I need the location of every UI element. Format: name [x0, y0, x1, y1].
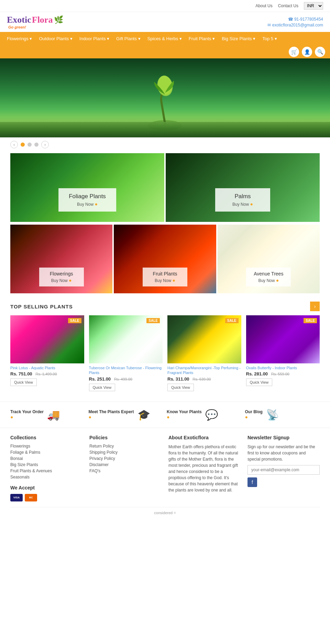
product-img-oxalis: SALE — [246, 315, 320, 363]
policies-title: Policies — [89, 435, 162, 440]
collection-seasonals[interactable]: Seasonals — [10, 475, 82, 479]
product-price-oxalis: Rs. 281.00 — [246, 371, 268, 376]
logo[interactable]: Exotic Flora 🌿 Go green! — [7, 15, 63, 29]
quick-view-lotus[interactable]: Quick View — [10, 379, 37, 386]
flowerings-buy-now[interactable]: Buy Now ● — [46, 278, 77, 283]
nav-fruit[interactable]: Fruit Plants ▾ — [185, 32, 218, 45]
user-icon[interactable]: 👤 — [302, 47, 312, 57]
product-price-tuberose: Rs. 251.00 — [89, 376, 111, 382]
hero-overlay — [0, 117, 330, 137]
hero-banner — [0, 58, 330, 137]
product-price-lotus: Rs. 751.00 — [10, 371, 32, 376]
about-text: Mother Earth offers plethora of exotic f… — [168, 444, 241, 493]
collection-bigsize[interactable]: Big Size Plants — [10, 462, 82, 467]
contact-us-link[interactable]: Contact Us — [278, 3, 298, 8]
product-name-lotus: Pink Lotus - Aquatic Plants — [10, 365, 84, 370]
fruit-buy-now[interactable]: Buy Now ● — [150, 278, 180, 283]
newsletter-email-input[interactable] — [248, 465, 320, 475]
policies-list: Return Policy Shipping Policy Privacy Po… — [89, 444, 162, 473]
product-card-tuberose[interactable]: SALE Tuberose Or Mexican Tuberose - Flow… — [89, 315, 163, 391]
slide-dot-1[interactable] — [21, 143, 25, 147]
slide-dot-3[interactable] — [34, 143, 38, 147]
sale-badge-champa: SALE — [225, 318, 239, 323]
nav-indoor[interactable]: Indoor Plants ▾ — [76, 32, 113, 45]
top-selling-header: TOP SELLING PLANTS › — [0, 295, 330, 315]
palms-buy-now[interactable]: Buy Now ● — [226, 201, 260, 207]
currency-select[interactable]: INR USD — [304, 2, 323, 10]
prev-slide-button[interactable]: ‹ — [10, 141, 18, 148]
top-selling-arrow[interactable]: › — [310, 302, 320, 311]
facebook-icon[interactable]: f — [248, 477, 257, 487]
about-us-link[interactable]: About Us — [255, 3, 272, 8]
avenue-label: Avenue Trees Buy Now ● — [246, 268, 291, 286]
sale-badge-oxalis: SALE — [304, 318, 317, 323]
palms-label: Palms Buy Now ● — [215, 188, 270, 212]
nav-top5[interactable]: Top 5 ▾ — [259, 32, 280, 45]
flowerings-title: Flowerings — [46, 271, 77, 276]
product-img-lotus: SALE — [10, 315, 84, 363]
info-plants-expert[interactable]: Meet The Plants Expert ● 🎓 — [89, 409, 164, 421]
footer-collections: Collections Flowerings Foliage & Palms B… — [10, 435, 82, 501]
product-name-champa: Hari Champa/Manorangini -Top Perfuming -… — [167, 365, 241, 375]
product-pricing-oxalis: Rs. 281.00 Rs. 559.00 — [246, 371, 320, 376]
fruit-title: Fruit Plants — [150, 271, 180, 276]
blog-dot: ● — [245, 414, 248, 420]
policy-shipping[interactable]: Shipping Policy — [89, 450, 162, 455]
search-icon[interactable]: 🔍 — [315, 47, 325, 57]
policy-return[interactable]: Return Policy — [89, 444, 162, 449]
collection-flowerings[interactable]: Flowerings — [10, 444, 82, 449]
products-grid: SALE Pink Lotus - Aquatic Plants Rs. 751… — [0, 315, 330, 398]
collection-foliage[interactable]: Foliage & Palms — [10, 450, 82, 455]
nav-gift[interactable]: Gift Plants ▾ — [113, 32, 144, 45]
quick-view-oxalis[interactable]: Quick View — [246, 379, 273, 386]
avenue-buy-now[interactable]: Buy Now ● — [253, 278, 284, 283]
logo-tagline: Go green! — [8, 25, 26, 29]
logo-exotic: Exotic — [7, 15, 31, 25]
product-card-oxalis[interactable]: SALE Oxalis Butterfly - Indoor Plants Rs… — [246, 315, 320, 391]
chat-icon: 💬 — [205, 409, 218, 421]
contact-info: ☎ 91-9177805454 ✉ exoticflora2015@gmail.… — [267, 17, 323, 27]
category-palms[interactable]: Palms Buy Now ● — [166, 153, 320, 222]
policy-privacy[interactable]: Privacy Policy — [89, 456, 162, 461]
info-blog[interactable]: Our Blog ● 📡 — [245, 409, 320, 421]
quick-view-champa[interactable]: Quick View — [167, 384, 194, 391]
avenue-title: Avenue Trees — [253, 271, 284, 276]
blog-label: Our Blog — [245, 409, 263, 414]
next-slide-button[interactable]: › — [41, 141, 49, 148]
top-selling-title: TOP SELLING PLANTS — [10, 304, 73, 309]
policy-faq[interactable]: FAQ's — [89, 468, 162, 473]
product-old-price-tuberose: Rs. 499.00 — [114, 377, 132, 381]
product-card-lotus[interactable]: SALE Pink Lotus - Aquatic Plants Rs. 751… — [10, 315, 84, 391]
payment-methods: VISA MC — [10, 494, 82, 501]
nav-spices[interactable]: Spices & Herbs ▾ — [144, 32, 185, 45]
product-card-champa[interactable]: SALE Hari Champa/Manorangini -Top Perfum… — [167, 315, 241, 391]
truck-icon: 🚚 — [47, 409, 60, 421]
category-flowerings[interactable]: Flowerings Buy Now ● — [10, 225, 112, 293]
visa-icon: VISA — [10, 494, 23, 501]
info-track-order[interactable]: Track Your Order ● 🚚 — [10, 409, 85, 421]
footer-newsletter: Newsletter Signup Sign up for our newsle… — [248, 435, 320, 501]
category-fruit-plants[interactable]: Fruit Plants Buy Now ● — [114, 225, 216, 293]
product-old-price-lotus: Rs. 1,499.00 — [35, 372, 57, 376]
nav-bigsize[interactable]: Big Size Plants ▾ — [218, 32, 259, 45]
product-img-champa: SALE — [167, 315, 241, 363]
slide-dot-2[interactable] — [28, 143, 32, 147]
nav-outdoor[interactable]: Outdoor Plants ▾ — [35, 32, 76, 45]
info-know-plants[interactable]: Know Your Plants ● 💬 — [167, 409, 242, 421]
cart-icon[interactable]: 🛒 — [289, 47, 299, 57]
category-foliage[interactable]: Foliage Plants Buy Now ● — [10, 153, 164, 222]
info-strip: Track Your Order ● 🚚 Meet The Plants Exp… — [0, 402, 330, 428]
nav-flowerings[interactable]: Flowerings ▾ — [3, 32, 35, 45]
policy-disclaimer[interactable]: Disclaimer — [89, 462, 162, 467]
collection-fruit[interactable]: Fruit Plants & Avenues — [10, 468, 82, 473]
collection-bonsai[interactable]: Bonsai — [10, 456, 82, 461]
logo-flora: Flora — [32, 15, 53, 25]
palms-title: Palms — [226, 193, 260, 200]
foliage-buy-now[interactable]: Buy Now ● — [69, 201, 106, 207]
foliage-dot: ● — [95, 201, 97, 207]
considered-text: considered = — [154, 511, 176, 515]
palms-bg — [166, 153, 320, 222]
quick-view-tuberose[interactable]: Quick View — [89, 384, 116, 391]
category-avenue-trees[interactable]: Avenue Trees Buy Now ● — [218, 225, 320, 293]
product-old-price-oxalis: Rs. 559.00 — [271, 372, 289, 376]
